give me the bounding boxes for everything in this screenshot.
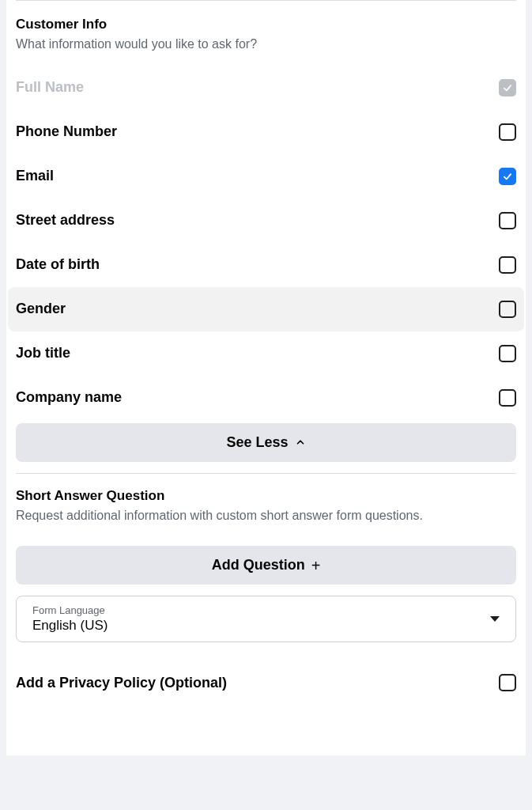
check-icon [502,171,513,182]
customer-info-section: Customer Info What information would you… [16,17,516,462]
field-label: Job title [16,345,70,361]
field-label: Full Name [16,79,84,96]
privacy-policy-checkbox[interactable] [499,674,516,691]
field-row-gender[interactable]: Gender [8,287,524,331]
field-row-full-name[interactable]: Full Name [16,66,516,110]
field-label: Email [16,168,54,184]
see-less-button[interactable]: See Less [16,423,516,462]
form-language-select[interactable]: Form Language English (US) [16,596,516,642]
field-row-job-title[interactable]: Job title [16,331,516,376]
field-label: Phone Number [16,123,117,140]
add-question-label: Add Question [212,557,305,573]
checkbox[interactable] [499,256,516,274]
see-less-label: See Less [226,434,288,451]
checkbox[interactable] [499,389,516,407]
form-language-label: Form Language [32,604,108,616]
field-row-email[interactable]: Email [16,154,516,199]
field-row-company-name[interactable]: Company name [16,376,516,420]
check-icon [502,82,513,93]
field-row-phone-number[interactable]: Phone Number [16,110,516,154]
divider-top [16,0,516,1]
privacy-policy-label: Add a Privacy Policy (Optional) [16,675,227,691]
plus-icon: + [311,558,321,573]
field-row-street-address[interactable]: Street address [16,199,516,243]
checkbox[interactable] [499,345,516,362]
add-question-button[interactable]: Add Question + [16,546,516,585]
divider-mid [16,473,516,474]
chevron-up-icon [295,437,306,448]
form-language-value: English (US) [32,618,108,634]
short-answer-subtitle: Request additional information with cust… [16,507,516,524]
short-answer-title: Short Answer Question [16,488,516,504]
field-label: Company name [16,389,122,406]
checkbox[interactable] [499,212,516,229]
checkbox[interactable] [499,123,516,141]
checkbox [499,79,516,97]
customer-info-subtitle: What information would you like to ask f… [16,36,516,53]
short-answer-section: Short Answer Question Request additional… [16,488,516,585]
field-label: Gender [16,301,66,317]
privacy-policy-row[interactable]: Add a Privacy Policy (Optional) [16,657,516,701]
caret-down-icon [490,616,500,622]
checkbox[interactable] [499,301,516,318]
field-label: Street address [16,212,115,229]
field-label: Date of birth [16,256,100,273]
checkbox[interactable] [499,168,516,185]
customer-info-title: Customer Info [16,17,516,32]
field-row-date-of-birth[interactable]: Date of birth [16,243,516,287]
